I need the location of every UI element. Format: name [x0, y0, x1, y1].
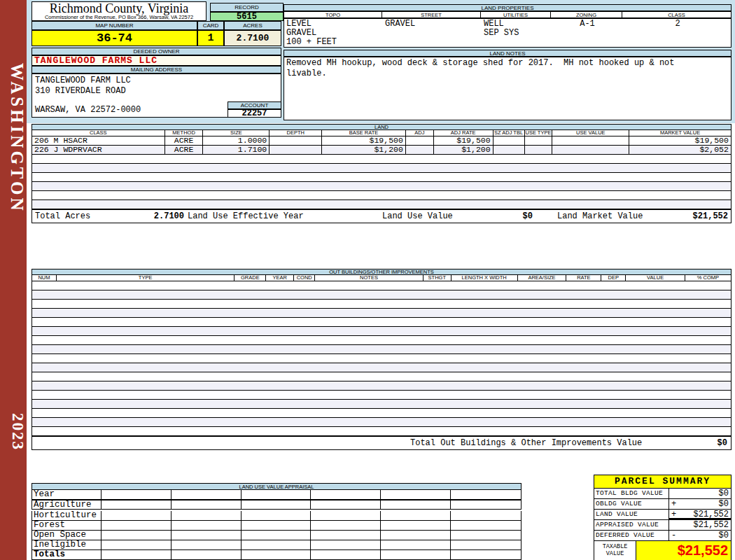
appraisal-cell	[102, 531, 172, 540]
land-cell	[493, 146, 525, 154]
out-buildings-col-header: NOTES	[315, 275, 424, 281]
parcel-summary-value: $0	[719, 499, 729, 509]
appraisal-cell	[451, 550, 521, 559]
parcel-summary-row: APPRAISED VALUE$21,552	[594, 520, 731, 531]
deeded-owner-label: DEEDED OWNER	[31, 48, 281, 55]
parcel-summary-value: $21,552	[694, 520, 729, 530]
appraisal-cell	[381, 490, 451, 499]
mailing-address-line: TANGLEWOOD FARM LLC	[35, 76, 131, 85]
mailing-address-line: 310 RIVERDALE ROAD	[35, 86, 126, 96]
land-col-header: MARKET VALUE	[629, 130, 731, 136]
out-buildings-totals-row: Total Out Buildings & Other Improvements…	[32, 436, 731, 449]
out-buildings-empty-row	[32, 418, 731, 427]
land-cell: ACRE	[165, 146, 204, 154]
parcel-summary-title: PARCEL SUMMARY	[594, 475, 731, 489]
land-cell: $2,052	[629, 146, 731, 154]
out-buildings-col-header: YEAR	[266, 275, 294, 281]
map-number-label: MAP NUMBER	[31, 21, 197, 30]
appraisal-cell	[241, 500, 312, 509]
land-col-header: ADJ RATE	[434, 130, 493, 136]
appraisal-cell	[311, 490, 381, 499]
land-col-header: CLASS	[32, 130, 165, 136]
parcel-summary-row: TOTAL BLDG VALUE$0	[594, 489, 731, 499]
out-buildings-col-header: NUM	[32, 275, 57, 281]
land-col-header: BASE RATE	[322, 130, 406, 136]
out-buildings-col-header: GRADE	[234, 275, 266, 281]
out-buildings-col-header: % COMP	[685, 275, 731, 281]
parcel-summary-row-amount: $21,552	[669, 520, 731, 530]
land-cell: 1.7100	[203, 146, 270, 154]
out-buildings-body	[32, 281, 731, 436]
appraisal-cell	[451, 500, 521, 509]
land-empty-row	[32, 173, 731, 182]
land-market-value: $21,552	[693, 212, 728, 221]
utilities-value: SEP SYS	[484, 29, 519, 38]
appraisal-cell	[381, 521, 451, 530]
parcel-summary-row-amount: +$21,552	[669, 510, 731, 519]
record-label: RECORD	[210, 3, 284, 12]
parcel-summary-row-label: APPRAISED VALUE	[594, 520, 669, 530]
land-cell: $1,200	[322, 146, 406, 154]
out-buildings-header: NUMTYPEGRADEYEARCONDNOTESSTHGTLENGTH X W…	[32, 275, 731, 281]
land-cell	[525, 146, 553, 154]
appraisal-cell	[241, 531, 312, 540]
land-cell	[552, 146, 629, 154]
appraisal-cell	[102, 490, 172, 499]
appraisal-row: Horticulture	[31, 511, 522, 521]
parcel-summary-value: $0	[719, 489, 729, 498]
out-buildings-total-value: $0	[718, 439, 727, 448]
appraisal-cell	[311, 550, 381, 559]
appraisal-row-label: Year	[32, 490, 102, 499]
land-properties-col-header: ZONING	[551, 11, 622, 18]
appraisal-row-label: Agriculture	[32, 500, 102, 509]
land-cell: $1,200	[434, 146, 493, 154]
land-table-header: CLASSMETHODSIZEDEPTHBASE RATEADJADJ RATE…	[32, 130, 731, 136]
appraisal-cell	[451, 531, 521, 540]
appraisal-cell	[381, 500, 451, 509]
out-buildings-col-header: TYPE	[57, 275, 234, 281]
deeded-owner-value: TANGLEWOOD FARMS LLC	[31, 55, 281, 66]
land-cell: $19,500	[629, 136, 731, 145]
appraisal-row: Totals	[31, 550, 522, 560]
appraisal-row: Open Space	[31, 531, 522, 540]
appraisal-cell	[451, 490, 521, 499]
land-col-header: SZ ADJ TBL	[493, 130, 525, 136]
appraisal-row-label: Horticulture	[32, 511, 102, 520]
appraisal-cell	[451, 511, 521, 520]
land-use-appraisal-body: YearAgricultureHorticultureForestOpen Sp…	[31, 490, 522, 560]
parcel-summary-row-amount: -$0	[669, 531, 731, 540]
land-cell	[406, 146, 434, 154]
effective-year-label: Land Use Effective Year	[188, 212, 304, 221]
parcel-summary-operator: +	[671, 510, 676, 519]
land-empty-row	[32, 191, 731, 200]
land-col-header: USE TYPE	[525, 130, 553, 136]
out-buildings-empty-row	[32, 281, 731, 290]
topo-value: 100 + FEET	[286, 38, 337, 47]
appraisal-cell	[381, 540, 451, 550]
parcel-summary-row: LAND VALUE+$21,552	[594, 510, 731, 520]
out-buildings-col-header: DEP	[601, 275, 626, 281]
land-cell: 1.0000	[203, 136, 270, 145]
land-table: LAND CLASSMETHODSIZEDEPTHBASE RATEADJADJ…	[31, 125, 732, 223]
taxable-value-label: TAXABLE VALUE	[594, 541, 636, 560]
land-properties-col-header: CLASS	[622, 11, 732, 18]
card-value: 1	[197, 30, 224, 46]
parcel-summary-value: $0	[719, 531, 729, 540]
land-use-value-label: Land Use Value	[382, 212, 453, 221]
appraisal-cell	[172, 490, 241, 499]
land-use-appraisal-title: LAND USE VALUE APPRAISAL	[31, 483, 522, 490]
land-properties-col-header: TOPO	[284, 11, 382, 18]
map-number-value: 36-74	[31, 30, 197, 46]
land-cell	[406, 136, 434, 145]
appraisal-cell	[311, 540, 381, 550]
land-col-header: DEPTH	[270, 130, 322, 136]
land-properties-title: LAND PROPERTIES	[284, 4, 732, 11]
appraisal-row-label: Ineligible	[32, 540, 102, 550]
land-cell	[493, 136, 525, 145]
parcel-summary-row-amount: +$0	[669, 499, 731, 509]
appraisal-cell	[102, 511, 172, 520]
zoning-value: A-1	[552, 20, 623, 29]
out-buildings-empty-row	[32, 327, 731, 336]
acres-value: 2.7100	[224, 30, 281, 46]
land-empty-row	[32, 182, 731, 191]
